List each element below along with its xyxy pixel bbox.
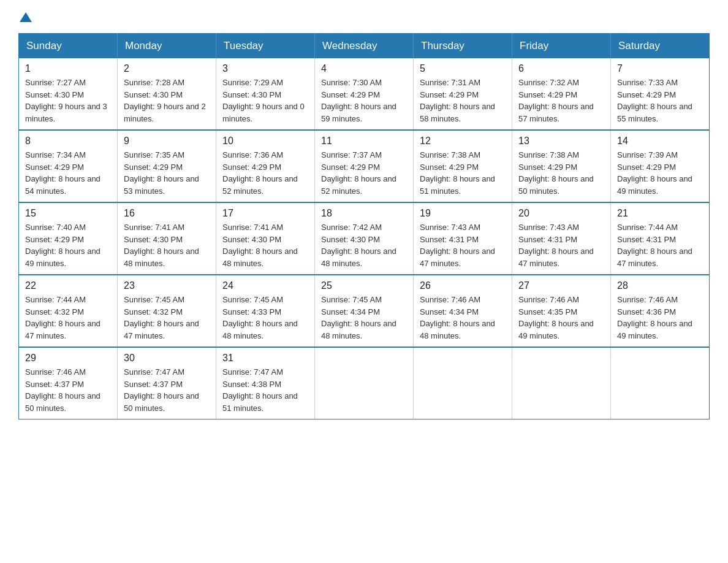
day-info: Sunrise: 7:30 AMSunset: 4:29 PMDaylight:… (321, 77, 407, 124)
calendar-cell: 27 Sunrise: 7:46 AMSunset: 4:35 PMDaylig… (512, 275, 611, 347)
day-number: 31 (222, 353, 308, 364)
calendar-cell: 24 Sunrise: 7:45 AMSunset: 4:33 PMDaylig… (216, 275, 315, 347)
day-info: Sunrise: 7:27 AMSunset: 4:30 PMDaylight:… (25, 77, 111, 124)
day-info: Sunrise: 7:33 AMSunset: 4:29 PMDaylight:… (617, 77, 703, 124)
day-info: Sunrise: 7:47 AMSunset: 4:38 PMDaylight:… (222, 366, 308, 414)
day-number: 10 (222, 136, 308, 147)
day-number: 24 (222, 280, 308, 291)
weekday-header-wednesday: Wednesday (315, 34, 414, 59)
header (18, 12, 710, 22)
calendar-cell: 9 Sunrise: 7:35 AMSunset: 4:29 PMDayligh… (118, 130, 216, 202)
calendar-table: SundayMondayTuesdayWednesdayThursdayFrid… (18, 33, 710, 419)
day-number: 7 (617, 63, 703, 74)
day-info: Sunrise: 7:46 AMSunset: 4:36 PMDaylight:… (617, 294, 703, 342)
day-info: Sunrise: 7:41 AMSunset: 4:30 PMDaylight:… (124, 221, 210, 269)
weekday-header-friday: Friday (512, 34, 611, 59)
day-number: 4 (321, 63, 407, 74)
calendar-cell: 11 Sunrise: 7:37 AMSunset: 4:29 PMDaylig… (315, 130, 414, 202)
day-number: 29 (25, 353, 111, 364)
logo (18, 12, 32, 22)
day-info: Sunrise: 7:32 AMSunset: 4:29 PMDaylight:… (518, 77, 604, 124)
day-info: Sunrise: 7:45 AMSunset: 4:34 PMDaylight:… (321, 294, 407, 342)
calendar-cell: 1 Sunrise: 7:27 AMSunset: 4:30 PMDayligh… (19, 58, 118, 130)
calendar-cell: 14 Sunrise: 7:39 AMSunset: 4:29 PMDaylig… (611, 130, 710, 202)
calendar-cell: 31 Sunrise: 7:47 AMSunset: 4:38 PMDaylig… (216, 347, 315, 419)
day-info: Sunrise: 7:37 AMSunset: 4:29 PMDaylight:… (321, 149, 407, 197)
calendar-week-row: 29 Sunrise: 7:46 AMSunset: 4:37 PMDaylig… (19, 347, 710, 419)
calendar-cell: 19 Sunrise: 7:43 AMSunset: 4:31 PMDaylig… (414, 202, 512, 275)
day-info: Sunrise: 7:41 AMSunset: 4:30 PMDaylight:… (222, 221, 308, 269)
day-number: 14 (617, 136, 703, 147)
day-number: 8 (25, 136, 111, 147)
calendar-cell: 21 Sunrise: 7:44 AMSunset: 4:31 PMDaylig… (611, 202, 710, 275)
calendar-cell: 4 Sunrise: 7:30 AMSunset: 4:29 PMDayligh… (315, 58, 414, 130)
day-number: 30 (124, 353, 210, 364)
day-info: Sunrise: 7:28 AMSunset: 4:30 PMDaylight:… (124, 77, 210, 124)
day-info: Sunrise: 7:46 AMSunset: 4:37 PMDaylight:… (25, 366, 111, 414)
day-number: 21 (617, 208, 703, 219)
calendar-cell: 16 Sunrise: 7:41 AMSunset: 4:30 PMDaylig… (118, 202, 216, 275)
calendar-cell: 10 Sunrise: 7:36 AMSunset: 4:29 PMDaylig… (216, 130, 315, 202)
calendar-cell: 18 Sunrise: 7:42 AMSunset: 4:30 PMDaylig… (315, 202, 414, 275)
calendar-cell (611, 347, 710, 419)
day-number: 15 (25, 208, 111, 219)
weekday-header-monday: Monday (118, 34, 216, 59)
day-info: Sunrise: 7:44 AMSunset: 4:32 PMDaylight:… (25, 294, 111, 342)
day-number: 19 (420, 208, 506, 219)
day-number: 26 (420, 280, 506, 291)
calendar-cell: 28 Sunrise: 7:46 AMSunset: 4:36 PMDaylig… (611, 275, 710, 347)
calendar-cell: 20 Sunrise: 7:43 AMSunset: 4:31 PMDaylig… (512, 202, 611, 275)
day-number: 5 (420, 63, 506, 74)
calendar-cell: 30 Sunrise: 7:47 AMSunset: 4:37 PMDaylig… (118, 347, 216, 419)
calendar-cell: 29 Sunrise: 7:46 AMSunset: 4:37 PMDaylig… (19, 347, 118, 419)
day-info: Sunrise: 7:31 AMSunset: 4:29 PMDaylight:… (420, 77, 506, 124)
day-number: 17 (222, 208, 308, 219)
calendar-cell (414, 347, 512, 419)
day-info: Sunrise: 7:46 AMSunset: 4:35 PMDaylight:… (518, 294, 604, 342)
weekday-header-thursday: Thursday (414, 34, 512, 59)
calendar-cell: 15 Sunrise: 7:40 AMSunset: 4:29 PMDaylig… (19, 202, 118, 275)
day-info: Sunrise: 7:45 AMSunset: 4:33 PMDaylight:… (222, 294, 308, 342)
calendar-cell: 2 Sunrise: 7:28 AMSunset: 4:30 PMDayligh… (118, 58, 216, 130)
day-info: Sunrise: 7:46 AMSunset: 4:34 PMDaylight:… (420, 294, 506, 342)
day-number: 23 (124, 280, 210, 291)
day-number: 12 (420, 136, 506, 147)
weekday-header-saturday: Saturday (611, 34, 710, 59)
day-number: 25 (321, 280, 407, 291)
day-info: Sunrise: 7:45 AMSunset: 4:32 PMDaylight:… (124, 294, 210, 342)
calendar-cell: 13 Sunrise: 7:38 AMSunset: 4:29 PMDaylig… (512, 130, 611, 202)
day-info: Sunrise: 7:43 AMSunset: 4:31 PMDaylight:… (518, 221, 604, 269)
calendar-cell: 17 Sunrise: 7:41 AMSunset: 4:30 PMDaylig… (216, 202, 315, 275)
calendar-week-row: 22 Sunrise: 7:44 AMSunset: 4:32 PMDaylig… (19, 275, 710, 347)
day-info: Sunrise: 7:35 AMSunset: 4:29 PMDaylight:… (124, 149, 210, 197)
day-number: 27 (518, 280, 604, 291)
day-number: 22 (25, 280, 111, 291)
day-number: 1 (25, 63, 111, 74)
day-number: 16 (124, 208, 210, 219)
calendar-week-row: 8 Sunrise: 7:34 AMSunset: 4:29 PMDayligh… (19, 130, 710, 202)
day-number: 11 (321, 136, 407, 147)
weekday-header-sunday: Sunday (19, 34, 118, 59)
calendar-cell: 22 Sunrise: 7:44 AMSunset: 4:32 PMDaylig… (19, 275, 118, 347)
day-number: 2 (124, 63, 210, 74)
calendar-week-row: 15 Sunrise: 7:40 AMSunset: 4:29 PMDaylig… (19, 202, 710, 275)
day-info: Sunrise: 7:38 AMSunset: 4:29 PMDaylight:… (420, 149, 506, 197)
calendar-cell (512, 347, 611, 419)
day-number: 3 (222, 63, 308, 74)
day-number: 28 (617, 280, 703, 291)
calendar-cell: 23 Sunrise: 7:45 AMSunset: 4:32 PMDaylig… (118, 275, 216, 347)
day-info: Sunrise: 7:39 AMSunset: 4:29 PMDaylight:… (617, 149, 703, 197)
calendar-cell: 3 Sunrise: 7:29 AMSunset: 4:30 PMDayligh… (216, 58, 315, 130)
weekday-header-row: SundayMondayTuesdayWednesdayThursdayFrid… (19, 34, 710, 59)
calendar-cell: 25 Sunrise: 7:45 AMSunset: 4:34 PMDaylig… (315, 275, 414, 347)
day-info: Sunrise: 7:29 AMSunset: 4:30 PMDaylight:… (222, 77, 308, 124)
day-number: 6 (518, 63, 604, 74)
day-info: Sunrise: 7:42 AMSunset: 4:30 PMDaylight:… (321, 221, 407, 269)
day-info: Sunrise: 7:36 AMSunset: 4:29 PMDaylight:… (222, 149, 308, 197)
calendar-cell: 12 Sunrise: 7:38 AMSunset: 4:29 PMDaylig… (414, 130, 512, 202)
calendar-week-row: 1 Sunrise: 7:27 AMSunset: 4:30 PMDayligh… (19, 58, 710, 130)
day-info: Sunrise: 7:43 AMSunset: 4:31 PMDaylight:… (420, 221, 506, 269)
logo-triangle-icon (20, 12, 32, 22)
weekday-header-tuesday: Tuesday (216, 34, 315, 59)
day-info: Sunrise: 7:40 AMSunset: 4:29 PMDaylight:… (25, 221, 111, 269)
